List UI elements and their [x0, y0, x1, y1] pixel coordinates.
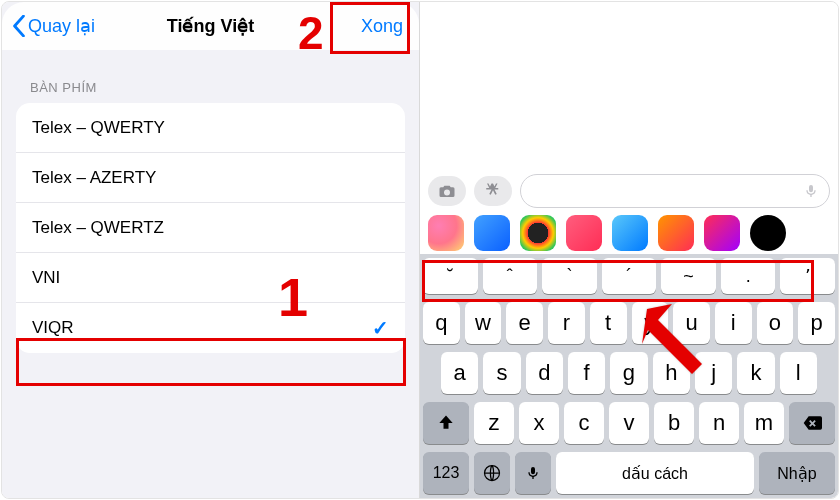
option-vni[interactable]: VNI [16, 253, 405, 303]
key-y[interactable]: y [632, 302, 669, 344]
app-activity[interactable] [520, 215, 556, 251]
app-digitaltouch[interactable] [704, 215, 740, 251]
key-tone-grave[interactable]: ` [542, 258, 597, 294]
settings-panel: Quay lại Tiếng Việt Xong BÀN PHÍM Telex … [2, 2, 420, 498]
key-tone-circumflex[interactable]: ˆ [483, 258, 538, 294]
keyboard-options-list: Telex – QWERTY Telex – AZERTY Telex – QW… [16, 103, 405, 353]
option-label: VNI [32, 268, 60, 288]
option-telex-qwerty[interactable]: Telex – QWERTY [16, 103, 405, 153]
shift-icon [436, 413, 456, 433]
camera-button[interactable] [428, 176, 466, 206]
key-s[interactable]: s [483, 352, 520, 394]
key-j[interactable]: j [695, 352, 732, 394]
key-p[interactable]: p [798, 302, 835, 344]
app-appstore[interactable] [474, 215, 510, 251]
appstore-button[interactable] [474, 176, 512, 206]
camera-icon [438, 182, 456, 200]
done-button[interactable]: Xong [361, 16, 413, 37]
option-label: Telex – QWERTY [32, 118, 165, 138]
key-dictation[interactable] [515, 452, 551, 494]
key-t[interactable]: t [590, 302, 627, 344]
messages-panel: ˘ ˆ ` ´ ~ . ʼ q w e r t y u i o p a [420, 2, 838, 498]
option-telex-azerty[interactable]: Telex – AZERTY [16, 153, 405, 203]
key-numbers[interactable]: 123 [423, 452, 469, 494]
page-title: Tiếng Việt [2, 15, 419, 37]
option-telex-qwertz[interactable]: Telex – QWERTZ [16, 203, 405, 253]
key-tone-breve[interactable]: ˘ [423, 258, 478, 294]
key-x[interactable]: x [519, 402, 559, 444]
app-photos[interactable] [428, 215, 464, 251]
key-tone-acute[interactable]: ´ [602, 258, 657, 294]
key-e[interactable]: e [506, 302, 543, 344]
key-tone-dot[interactable]: . [721, 258, 776, 294]
key-backspace[interactable] [789, 402, 835, 444]
key-i[interactable]: i [715, 302, 752, 344]
app-more[interactable] [750, 215, 786, 251]
option-label: VIQR [32, 318, 74, 338]
key-w[interactable]: w [465, 302, 502, 344]
key-v[interactable]: v [609, 402, 649, 444]
key-f[interactable]: f [568, 352, 605, 394]
keyboard: ˘ ˆ ` ´ ~ . ʼ q w e r t y u i o p a [420, 254, 838, 498]
app-memoji[interactable] [658, 215, 694, 251]
key-shift[interactable] [423, 402, 469, 444]
key-g[interactable]: g [610, 352, 647, 394]
section-header: BÀN PHÍM [2, 50, 419, 103]
key-n[interactable]: n [699, 402, 739, 444]
option-label: Telex – QWERTZ [32, 218, 164, 238]
mic-icon [525, 463, 541, 483]
row-bottom: 123 dấu cách Nhập [423, 452, 835, 494]
key-return[interactable]: Nhập [759, 452, 835, 494]
row-qwerty: q w e r t y u i o p [423, 302, 835, 344]
key-q[interactable]: q [423, 302, 460, 344]
key-globe[interactable] [474, 452, 510, 494]
message-text-field[interactable] [520, 174, 830, 208]
backspace-icon [801, 413, 823, 433]
key-b[interactable]: b [654, 402, 694, 444]
key-z[interactable]: z [474, 402, 514, 444]
option-viqr[interactable]: VIQR ✓ [16, 303, 405, 353]
app-strip [420, 212, 838, 254]
key-l[interactable]: l [780, 352, 817, 394]
row-zxcv: z x c v b n m [423, 402, 835, 444]
tone-row: ˘ ˆ ` ´ ~ . ʼ [423, 258, 835, 294]
mic-icon [803, 183, 819, 199]
key-o[interactable]: o [757, 302, 794, 344]
app-audio[interactable] [612, 215, 648, 251]
key-space[interactable]: dấu cách [556, 452, 754, 494]
key-h[interactable]: h [653, 352, 690, 394]
message-input-bar [420, 174, 838, 208]
appstore-icon [484, 182, 502, 200]
key-d[interactable]: d [526, 352, 563, 394]
key-k[interactable]: k [737, 352, 774, 394]
globe-icon [482, 463, 502, 483]
checkmark-icon: ✓ [372, 316, 389, 340]
key-tone-horn[interactable]: ʼ [780, 258, 835, 294]
key-a[interactable]: a [441, 352, 478, 394]
option-label: Telex – AZERTY [32, 168, 156, 188]
nav-bar: Quay lại Tiếng Việt Xong [2, 2, 419, 50]
key-tone-tilde[interactable]: ~ [661, 258, 716, 294]
key-c[interactable]: c [564, 402, 604, 444]
app-music[interactable] [566, 215, 602, 251]
key-r[interactable]: r [548, 302, 585, 344]
key-u[interactable]: u [673, 302, 710, 344]
row-asdf: a s d f g h j k l [423, 352, 835, 394]
key-m[interactable]: m [744, 402, 784, 444]
